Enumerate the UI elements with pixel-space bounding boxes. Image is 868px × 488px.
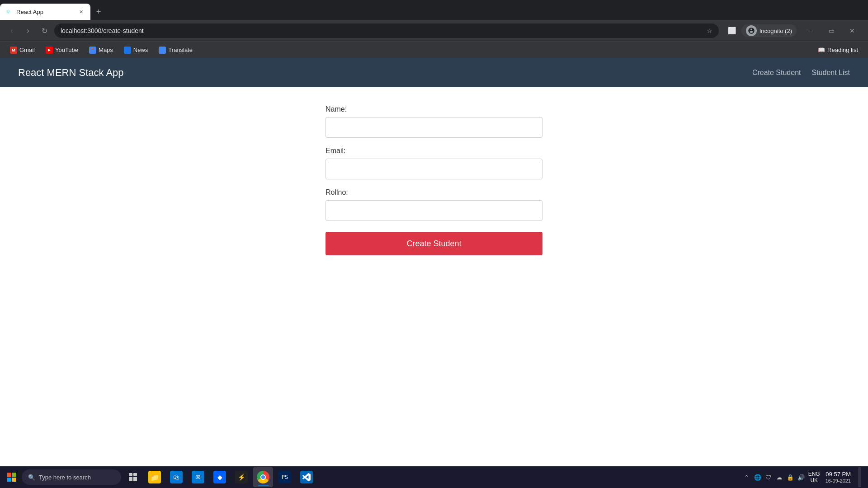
email-input[interactable] <box>326 159 542 179</box>
reading-list-label: Reading list <box>827 47 858 53</box>
terminal-button[interactable]: PS <box>275 467 295 487</box>
bookmark-news-label: News <box>133 47 148 53</box>
tab-close-button[interactable]: ✕ <box>77 8 85 16</box>
vscode-icon <box>300 471 313 483</box>
file-explorer-icon: 📁 <box>148 471 161 483</box>
svg-rect-3 <box>12 478 16 482</box>
minimize-button[interactable]: ─ <box>800 23 821 38</box>
bookmark-star-icon[interactable]: ☆ <box>707 27 712 34</box>
maximize-button[interactable]: ▭ <box>821 23 842 38</box>
rollno-label: Rollno: <box>326 188 542 197</box>
page-content: React MERN Stack App Create Student Stud… <box>0 58 868 466</box>
news-icon <box>124 47 131 54</box>
name-form-group: Name: <box>326 105 542 138</box>
terminal-icon: PS <box>278 471 291 483</box>
tray-antivirus[interactable]: 🛡 <box>764 473 773 482</box>
create-student-button[interactable]: Create Student <box>326 232 542 255</box>
svg-rect-5 <box>133 473 137 476</box>
dropbox-button[interactable]: ◆ <box>210 467 230 487</box>
rollno-form-group: Rollno: <box>326 188 542 221</box>
gmail-icon: M <box>10 47 17 54</box>
name-label: Name: <box>326 105 542 113</box>
forward-button[interactable]: › <box>22 24 34 37</box>
new-tab-button[interactable]: + <box>92 5 105 18</box>
tray-onedrive[interactable]: ☁ <box>775 473 784 482</box>
translate-icon <box>159 47 166 54</box>
bookmark-gmail-label: Gmail <box>19 47 35 53</box>
store-button[interactable]: 🛍 <box>166 467 186 487</box>
file-explorer-button[interactable]: 📁 <box>145 467 165 487</box>
search-icon: 🔍 <box>28 474 35 481</box>
email-label: Email: <box>326 147 542 155</box>
lang-text: ENG <box>808 471 820 477</box>
surge-button[interactable]: ⚡ <box>231 467 251 487</box>
store-icon: 🛍 <box>170 471 183 483</box>
tray-icons: ⌃ 🌐 🛡 ☁ 🔒 🔊 <box>742 473 806 482</box>
email-form-group: Email: <box>326 147 542 179</box>
svg-rect-1 <box>12 473 16 477</box>
bookmark-youtube-label: YouTube <box>55 47 78 53</box>
start-button[interactable] <box>4 469 20 485</box>
close-button[interactable]: ✕ <box>842 23 863 38</box>
app-navbar: React MERN Stack App Create Student Stud… <box>0 58 868 87</box>
bookmark-gmail[interactable]: M Gmail <box>5 45 39 56</box>
svg-rect-6 <box>129 477 132 481</box>
form-area: Name: Email: Rollno: Create Student <box>0 87 868 466</box>
nav-student-list[interactable]: Student List <box>812 69 850 77</box>
app-brand: React MERN Stack App <box>18 67 124 79</box>
datetime-display[interactable]: 09:57 PM 16-09-2021 <box>823 470 854 484</box>
tray-chevron[interactable]: ⌃ <box>742 473 751 482</box>
mail-icon: ✉ <box>192 471 204 483</box>
tray-network[interactable]: 🌐 <box>753 473 762 482</box>
bookmarks-bar: M Gmail ▶ YouTube 📍 Maps News Tr <box>0 42 868 58</box>
bookmark-youtube[interactable]: ▶ YouTube <box>41 45 83 56</box>
svg-rect-2 <box>7 478 11 482</box>
vscode-button[interactable] <box>297 467 316 487</box>
bookmark-translate[interactable]: Translate <box>154 45 197 56</box>
bookmark-news[interactable]: News <box>119 45 153 56</box>
incognito-avatar <box>746 25 757 36</box>
nav-create-student[interactable]: Create Student <box>752 69 801 77</box>
incognito-badge[interactable]: Incognito (2) <box>741 24 797 37</box>
url-text: localhost:3000/create-student <box>61 27 704 34</box>
bookmark-maps[interactable]: 📍 Maps <box>85 45 118 56</box>
active-tab[interactable]: ⚛ React App ✕ <box>0 4 90 20</box>
back-button[interactable]: ‹ <box>5 24 18 37</box>
chrome-button[interactable] <box>253 467 273 487</box>
surge-icon: ⚡ <box>235 471 248 483</box>
svg-rect-4 <box>129 473 132 476</box>
extensions-button[interactable]: ⬜ <box>726 24 739 37</box>
form-container: Name: Email: Rollno: Create Student <box>326 105 542 255</box>
reading-list-button[interactable]: 📖 Reading list <box>813 45 863 55</box>
bookmark-maps-label: Maps <box>99 47 113 53</box>
tray-security[interactable]: 🔒 <box>786 473 795 482</box>
reading-list-icon: 📖 <box>818 47 825 53</box>
region-text: UK <box>810 477 818 483</box>
bookmark-translate-label: Translate <box>168 47 193 53</box>
tab-title: React App <box>16 9 73 15</box>
show-desktop-button[interactable] <box>858 467 861 487</box>
svg-rect-7 <box>133 477 137 481</box>
mail-button[interactable]: ✉ <box>188 467 208 487</box>
tab-favicon: ⚛ <box>5 8 13 15</box>
search-placeholder: Type here to search <box>39 474 91 481</box>
tray-volume[interactable]: 🔊 <box>797 473 806 482</box>
date-text: 16-09-2021 <box>826 478 851 483</box>
name-input[interactable] <box>326 117 542 138</box>
system-tray: ⌃ 🌐 🛡 ☁ 🔒 🔊 ENG UK 09:57 PM 16-09-2021 <box>742 467 864 487</box>
language-badge[interactable]: ENG UK <box>808 471 820 484</box>
incognito-label: Incognito (2) <box>760 28 792 34</box>
dropbox-icon: ◆ <box>213 471 226 483</box>
reload-button[interactable]: ↻ <box>38 24 51 37</box>
rollno-input[interactable] <box>326 200 542 221</box>
taskbar: 🔍 Type here to search 📁 🛍 ✉ ◆ <box>0 466 868 488</box>
address-bar[interactable]: localhost:3000/create-student ☆ <box>54 23 719 38</box>
svg-rect-0 <box>7 473 11 477</box>
maps-icon: 📍 <box>89 47 96 54</box>
time-text: 09:57 PM <box>826 471 851 478</box>
task-view-button[interactable] <box>123 467 143 487</box>
youtube-icon: ▶ <box>46 47 53 54</box>
taskbar-search[interactable]: 🔍 Type here to search <box>22 469 121 485</box>
app-nav-links: Create Student Student List <box>752 69 850 77</box>
chrome-icon <box>257 471 269 483</box>
